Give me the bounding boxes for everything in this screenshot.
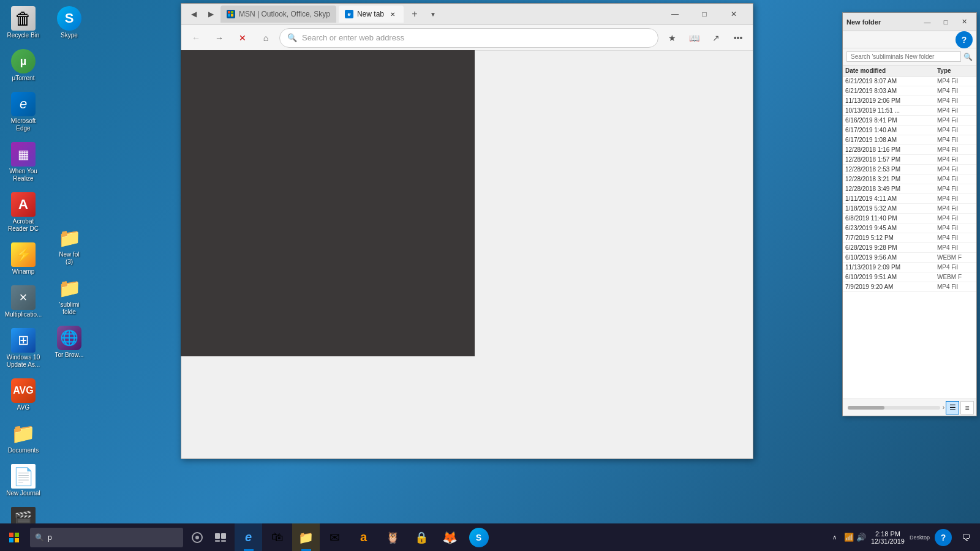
file-row[interactable]: 6/21/2019 8:07 AM MP4 Fil [843, 77, 976, 86]
file-row[interactable]: 12/28/2018 3:21 PM MP4 Fil [843, 174, 976, 184]
taskbar-app-skype[interactable]: S [465, 523, 492, 551]
file-row[interactable]: 7/7/2019 5:12 PM MP4 Fil [843, 233, 976, 243]
file-row[interactable]: 11/13/2019 2:09 PM MP4 Fil [843, 263, 976, 272]
svg-point-9 [195, 536, 199, 539]
file-row[interactable]: 7/9/2019 9:20 AM MP4 Fil [843, 282, 976, 292]
share-icon[interactable]: ↗ [706, 28, 726, 48]
file-date: 7/7/2019 5:12 PM [845, 234, 937, 241]
media-player-overlay [181, 50, 475, 356]
taskbar-app-edge[interactable]: e [235, 523, 262, 551]
taskbar-app-tripadvisor[interactable]: 🦉 [379, 523, 406, 551]
home-button[interactable]: ⌂ [256, 28, 276, 48]
desktop-icon-documents[interactable]: 📁 Documents [2, 419, 44, 457]
desktop-icon-tor-browser[interactable]: 🌐 Tor Brow... [48, 323, 90, 361]
taskbar-app-veracrypt[interactable]: 🔒 [407, 523, 435, 551]
desktop-icon-multiplication[interactable]: × Multiplicatio... [2, 283, 44, 321]
notification-button[interactable]: 🗨 [957, 528, 975, 547]
desktop-icon-new-journal[interactable]: 📄 New Journal [2, 462, 44, 500]
fe-close-btn[interactable]: ✕ [956, 15, 973, 29]
fe-help-bar: ? [843, 31, 976, 48]
tor-browser-label: Tor Brow... [55, 351, 83, 359]
file-type: MP4 Fil [937, 156, 974, 163]
back-button[interactable]: ← [186, 28, 206, 48]
desktop-icon-winamp[interactable]: ⚡ Winamp [2, 240, 44, 278]
desktop-icon-utorrent[interactable]: µ µTorrent [2, 47, 44, 84]
refresh-button[interactable]: ✕ [233, 28, 252, 48]
file-row[interactable]: 12/28/2018 1:16 PM MP4 Fil [843, 145, 976, 155]
minimize-button[interactable]: — [661, 6, 689, 23]
tray-overflow-arrow[interactable]: ∧ [830, 531, 839, 543]
file-row[interactable]: 12/28/2018 3:49 PM MP4 Fil [843, 184, 976, 194]
file-date: 12/28/2018 1:16 PM [845, 146, 937, 153]
file-list: 6/21/2019 8:07 AM MP4 Fil 6/21/2019 8:03… [843, 77, 976, 399]
cortana-button[interactable] [186, 526, 209, 549]
file-row[interactable]: 1/11/2019 4:11 AM MP4 Fil [843, 194, 976, 204]
tab-msn[interactable]: MSN | Outlook, Office, Skyp [221, 6, 336, 23]
fe-maximize-btn[interactable]: □ [937, 15, 954, 29]
file-row[interactable]: 6/8/2019 11:40 PM MP4 Fil [843, 214, 976, 223]
file-date: 6/28/2019 9:28 PM [845, 244, 937, 251]
file-row[interactable]: 6/17/2019 1:40 AM MP4 Fil [843, 126, 976, 135]
desktop-icon-acrobat[interactable]: A Acrobat Reader DC [2, 190, 44, 235]
file-explorer-title: New folder [846, 18, 919, 26]
desktop-icon-when-you-realize[interactable]: ▦ When You Realize [2, 140, 44, 185]
taskbar-app-store[interactable]: 🛍 [263, 523, 291, 551]
new-tab-button[interactable]: + [406, 6, 423, 23]
taskbar-app-explorer[interactable]: 📁 [292, 523, 320, 551]
file-row[interactable]: 6/28/2019 9:28 PM MP4 Fil [843, 243, 976, 253]
svg-rect-11 [221, 533, 226, 539]
tab-dropdown-btn[interactable]: ▼ [426, 7, 440, 21]
help-icon[interactable]: ? [956, 31, 973, 48]
task-view-button[interactable] [209, 526, 232, 549]
file-row[interactable]: 12/28/2018 1:57 PM MP4 Fil [843, 155, 976, 165]
file-row[interactable]: 12/28/2018 2:53 PM MP4 Fil [843, 165, 976, 174]
file-date: 6/17/2019 1:08 AM [845, 137, 937, 143]
taskbar-apps: e 🛍 📁 ✉ a 🦉 🔒 🦊 S [235, 523, 492, 551]
maximize-button[interactable]: □ [690, 6, 718, 23]
file-date: 12/28/2018 1:57 PM [845, 156, 937, 163]
file-row[interactable]: 11/13/2019 2:06 PM MP4 Fil [843, 96, 976, 106]
svg-rect-3 [231, 14, 233, 17]
taskbar-app-firefox[interactable]: 🦊 [436, 523, 464, 551]
tab-back-btn[interactable]: ◀ [186, 7, 201, 21]
tab-new[interactable]: e New tab ✕ [339, 6, 404, 23]
file-row[interactable]: 6/23/2019 9:45 AM MP4 Fil [843, 223, 976, 233]
tab-forward-btn[interactable]: ▶ [203, 7, 218, 21]
detail-view-btn[interactable]: ≡ [960, 401, 974, 414]
taskbar-help-icon[interactable]: ? [935, 529, 952, 546]
fe-search-input[interactable] [846, 51, 961, 62]
file-row[interactable]: 6/10/2019 9:56 AM WEBM F [843, 253, 976, 263]
desktop-icon-avg[interactable]: AVG AVG [2, 376, 44, 414]
favorites-icon[interactable]: ★ [662, 28, 682, 48]
file-row[interactable]: 10/13/2019 11:51 ... MP4 Fil [843, 106, 976, 116]
file-row[interactable]: 6/16/2019 8:41 PM MP4 Fil [843, 116, 976, 126]
forward-button[interactable]: → [209, 28, 229, 48]
file-row[interactable]: 6/10/2019 9:51 AM WEBM F [843, 272, 976, 282]
fe-minimize-btn[interactable]: — [919, 15, 936, 29]
svg-rect-7 [15, 538, 19, 542]
more-icon[interactable]: ••• [728, 28, 748, 48]
start-button[interactable] [0, 523, 28, 551]
file-row[interactable]: 6/17/2019 1:08 AM MP4 Fil [843, 135, 976, 145]
svg-rect-13 [221, 540, 226, 542]
taskbar-app-amazon[interactable]: a [350, 523, 377, 551]
desktop-icon-new-folder-3[interactable]: 📁 New fol(3) [48, 223, 90, 268]
close-button[interactable]: ✕ [720, 6, 748, 23]
desktop-icon-microsoft-edge[interactable]: e Microsoft Edge [2, 89, 44, 135]
address-bar[interactable]: 🔍 Search or enter web address [279, 28, 658, 48]
reading-mode-icon[interactable]: 📖 [684, 28, 704, 48]
desktop-icon-skype[interactable]: S Skype [48, 4, 90, 42]
file-type: WEBM F [937, 274, 974, 280]
list-view-btn[interactable]: ☰ [946, 401, 959, 414]
close-tab-btn[interactable]: ✕ [388, 9, 398, 19]
file-row[interactable]: 1/18/2019 5:32 AM MP4 Fil [843, 204, 976, 214]
taskbar-app-mail[interactable]: ✉ [321, 523, 349, 551]
file-row[interactable]: 6/21/2019 8:03 AM MP4 Fil [843, 86, 976, 96]
when-you-realize-label: When You Realize [4, 168, 43, 182]
taskbar-search-bar[interactable]: 🔍 [30, 528, 183, 547]
desktop-icon-recycle-bin[interactable]: 🗑 Recycle Bin [2, 4, 44, 42]
desktop-icon-subliminals[interactable]: 📁 'sublimifolde [48, 273, 90, 318]
desktop-icon-win10-update[interactable]: ⊞ Windows 10 Update As... [2, 326, 44, 371]
taskbar-search-input[interactable] [48, 533, 170, 542]
taskbar-clock[interactable]: 2:18 PM 12/31/2019 [871, 530, 905, 545]
